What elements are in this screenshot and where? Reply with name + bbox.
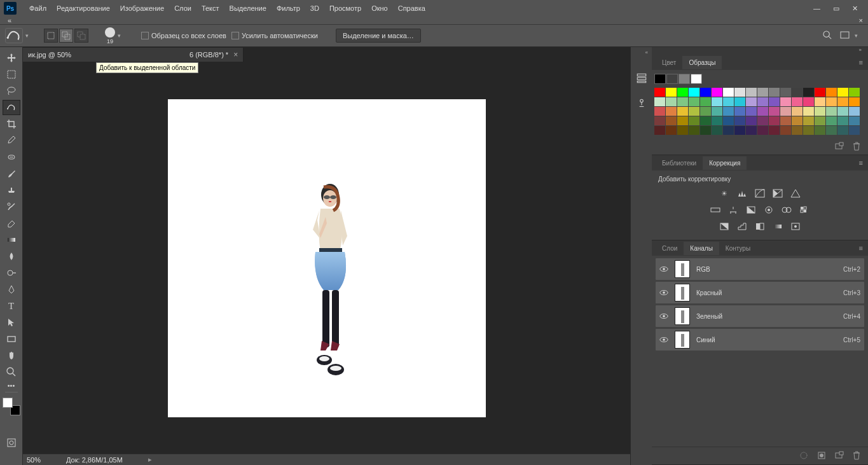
swatch[interactable] bbox=[757, 126, 768, 135]
search-icon[interactable] bbox=[823, 31, 832, 41]
swatch[interactable] bbox=[826, 126, 837, 135]
expand-panels-icon[interactable]: « bbox=[631, 50, 652, 57]
channel-row[interactable]: КрасныйCtrl+3 bbox=[656, 282, 864, 303]
history-brush-tool[interactable] bbox=[3, 199, 20, 214]
swatch[interactable] bbox=[826, 97, 837, 106]
swatch[interactable] bbox=[712, 116, 722, 125]
delete-channel-icon[interactable] bbox=[853, 451, 860, 461]
swatch[interactable] bbox=[780, 107, 791, 116]
swatch[interactable] bbox=[826, 107, 837, 116]
artboard[interactable] bbox=[168, 99, 486, 417]
swatch[interactable] bbox=[734, 88, 745, 97]
brush-dropdown-icon[interactable]: ▾ bbox=[118, 32, 121, 39]
eyedropper-tool[interactable] bbox=[3, 133, 20, 148]
screen-mode-dropdown-icon[interactable]: ▾ bbox=[855, 32, 858, 39]
libraries-tab[interactable]: Библиотеки bbox=[656, 156, 703, 170]
swatch[interactable] bbox=[769, 116, 780, 125]
dropdown-icon[interactable]: ▾ bbox=[25, 32, 29, 39]
save-selection-icon[interactable] bbox=[817, 451, 826, 461]
swatch[interactable] bbox=[654, 88, 665, 97]
swatch[interactable] bbox=[780, 88, 791, 97]
swatch[interactable] bbox=[746, 107, 757, 116]
paths-tab[interactable]: Контуры bbox=[719, 242, 757, 255]
swatch[interactable] bbox=[723, 97, 734, 106]
swatch[interactable] bbox=[815, 97, 825, 106]
rectangle-tool[interactable] bbox=[3, 331, 20, 347]
swatch[interactable] bbox=[792, 116, 803, 125]
layers-tab[interactable]: Слои bbox=[656, 242, 684, 255]
swatch[interactable] bbox=[837, 126, 848, 135]
swatch[interactable] bbox=[746, 97, 757, 106]
visibility-icon[interactable] bbox=[659, 288, 668, 297]
vibrance-icon[interactable] bbox=[790, 188, 801, 199]
swatch[interactable] bbox=[837, 88, 848, 97]
channel-mixer-icon[interactable] bbox=[781, 204, 792, 216]
swatch[interactable] bbox=[654, 74, 666, 84]
visibility-icon[interactable] bbox=[659, 335, 668, 344]
swatch[interactable] bbox=[792, 126, 803, 135]
swatch[interactable] bbox=[815, 116, 825, 125]
swatch[interactable] bbox=[677, 116, 688, 125]
swatch[interactable] bbox=[815, 88, 825, 97]
swatch[interactable] bbox=[679, 74, 690, 84]
properties-panel-icon[interactable] bbox=[635, 97, 649, 111]
swatch[interactable] bbox=[769, 126, 780, 135]
color-swatches[interactable] bbox=[3, 398, 20, 415]
color-tab[interactable]: Цвет bbox=[656, 56, 682, 69]
menu-help[interactable]: Справка bbox=[393, 2, 431, 15]
swatch[interactable] bbox=[700, 107, 711, 116]
swatch[interactable] bbox=[792, 107, 803, 116]
swatch[interactable] bbox=[849, 107, 860, 116]
document-info[interactable]: Док: 2,86M/1,05M bbox=[66, 456, 123, 464]
swatch[interactable] bbox=[734, 97, 745, 106]
swatch[interactable] bbox=[746, 126, 757, 135]
window-minimize-icon[interactable]: — bbox=[813, 4, 820, 13]
swatch[interactable] bbox=[769, 107, 780, 116]
swatch[interactable] bbox=[803, 107, 814, 116]
window-close-icon[interactable]: ✕ bbox=[852, 4, 858, 13]
move-tool[interactable] bbox=[3, 50, 20, 66]
swatch[interactable] bbox=[666, 107, 677, 116]
swatch[interactable] bbox=[677, 97, 688, 106]
color-lookup-icon[interactable] bbox=[799, 204, 810, 216]
color-balance-icon[interactable] bbox=[727, 204, 739, 216]
invert-icon[interactable] bbox=[719, 221, 730, 232]
photo-filter-icon[interactable] bbox=[763, 204, 775, 216]
swatch[interactable] bbox=[689, 88, 699, 97]
swatch[interactable] bbox=[815, 107, 825, 116]
menu-filter[interactable]: Фильтр bbox=[272, 2, 305, 15]
history-panel-icon[interactable] bbox=[635, 71, 649, 85]
close-tab-icon[interactable]: × bbox=[233, 50, 238, 59]
hand-tool[interactable] bbox=[3, 348, 20, 363]
swatch[interactable] bbox=[792, 88, 803, 97]
menu-layers[interactable]: Слои bbox=[169, 2, 196, 15]
channel-row[interactable]: RGBCtrl+2 bbox=[656, 258, 864, 280]
swatch[interactable] bbox=[734, 116, 745, 125]
swatch[interactable] bbox=[780, 116, 791, 125]
swatch[interactable] bbox=[666, 74, 678, 84]
swatch[interactable] bbox=[689, 97, 699, 106]
swatch[interactable] bbox=[689, 116, 699, 125]
healing-brush-tool[interactable] bbox=[3, 149, 20, 165]
black-white-icon[interactable] bbox=[745, 204, 757, 216]
path-selection-tool[interactable] bbox=[3, 315, 20, 330]
window-restore-icon[interactable]: ▭ bbox=[833, 4, 839, 13]
curves-icon[interactable] bbox=[754, 188, 766, 199]
tool-indicator[interactable] bbox=[5, 28, 23, 43]
selection-add-button[interactable] bbox=[59, 29, 73, 43]
swatch[interactable] bbox=[746, 116, 757, 125]
channels-tab[interactable]: Каналы bbox=[684, 242, 719, 255]
blur-tool[interactable] bbox=[3, 249, 20, 264]
swatch[interactable] bbox=[712, 107, 722, 116]
menu-window[interactable]: Окно bbox=[366, 2, 393, 15]
panel-menu-icon[interactable]: ≡ bbox=[854, 244, 868, 252]
swatch[interactable] bbox=[837, 107, 848, 116]
swatch[interactable] bbox=[849, 116, 860, 125]
swatch[interactable] bbox=[757, 116, 768, 125]
selection-subtract-button[interactable] bbox=[74, 29, 88, 43]
panel-menu-icon[interactable]: ≡ bbox=[854, 159, 868, 167]
delete-swatch-icon[interactable] bbox=[853, 142, 860, 152]
swatch[interactable] bbox=[689, 107, 699, 116]
menu-3d[interactable]: 3D bbox=[305, 2, 324, 15]
swatch[interactable] bbox=[700, 97, 711, 106]
